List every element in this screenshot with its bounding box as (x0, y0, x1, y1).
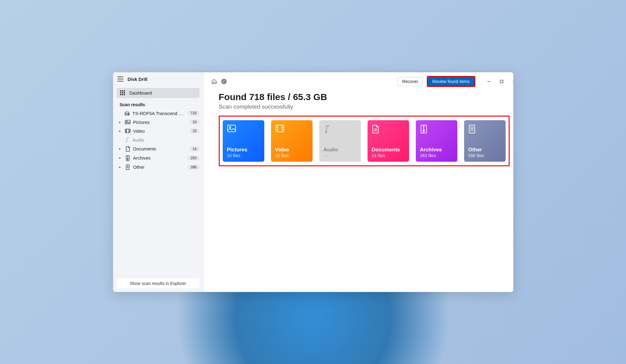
tile-video-sub: 15 files (275, 153, 308, 158)
tree-documents[interactable]: ▸ Documents 14 (113, 144, 203, 153)
nav-list: Dashboard (113, 85, 203, 98)
section-scan-results: Scan results (113, 98, 203, 109)
hamburger-icon[interactable] (117, 77, 123, 81)
tree-pictures-label: Pictures (133, 120, 188, 125)
svg-rect-5 (124, 92, 125, 93)
svg-point-32 (229, 126, 231, 128)
grid-icon (120, 90, 125, 95)
svg-point-10 (128, 114, 129, 115)
tree-documents-label: Documents (133, 146, 188, 151)
app-window: Disk Drill Dashboard Scan results TS-RDF… (113, 72, 513, 292)
tile-documents-title: Documents (372, 147, 405, 153)
tile-audio-sub: — (324, 153, 357, 158)
sidebar-header: Disk Drill (113, 72, 203, 85)
tree-audio: Audio (113, 135, 203, 144)
chevron-right-icon: ▸ (119, 165, 122, 169)
recover-button[interactable]: Recover (397, 77, 423, 86)
svg-rect-8 (124, 94, 125, 95)
tree-audio-label: Audio (133, 137, 200, 142)
main-heading: Found 718 files / 65.3 GB (219, 92, 510, 102)
svg-rect-11 (125, 120, 130, 124)
minimize-icon[interactable] (486, 78, 492, 85)
svg-point-12 (126, 121, 127, 122)
audio-icon (324, 124, 357, 134)
tile-audio-title: Audio (324, 147, 357, 153)
tree-pictures-count: 10 (190, 120, 199, 124)
document-icon (372, 124, 405, 134)
tree-video-label: Video (133, 128, 188, 134)
chevron-right-icon: ▸ (119, 129, 122, 133)
sub-heading: Scan completed successfully (219, 103, 510, 110)
svg-rect-1 (122, 90, 123, 92)
check-badge-icon: ✓ (221, 79, 227, 84)
svg-rect-31 (228, 125, 236, 132)
svg-rect-7 (122, 94, 123, 95)
tile-other-sub: 396 files (468, 153, 501, 158)
app-title: Disk Drill (128, 77, 148, 82)
tree-other[interactable]: ▸ Other 396 (113, 163, 203, 172)
tile-audio: Audio — (319, 120, 361, 162)
content: Found 718 files / 65.3 GB Scan completed… (203, 89, 513, 172)
tree-video-count: 15 (190, 128, 199, 133)
window-controls (486, 78, 513, 85)
tile-video[interactable]: Video 15 files (271, 120, 313, 162)
svg-rect-33 (276, 125, 284, 132)
maximize-icon[interactable] (499, 78, 505, 85)
tree-video[interactable]: ▸ Video 15 (113, 127, 203, 135)
drive-icon (124, 111, 130, 115)
picture-icon (125, 120, 131, 124)
tile-archives[interactable]: Archives 283 files (416, 120, 457, 162)
document-icon (125, 146, 131, 152)
tile-other-title: Other (468, 147, 501, 153)
tile-pictures-sub: 10 files (227, 153, 260, 158)
chevron-right-icon: ▸ (119, 156, 122, 160)
show-in-explorer-button[interactable]: Show scan results in Explorer (117, 279, 200, 288)
review-highlight: Review found items (427, 76, 475, 87)
tile-other[interactable]: Other 396 files (464, 120, 506, 162)
tree-device-label: TS-RDF5A Transcend US... (133, 111, 185, 116)
tree-archives-count: 283 (188, 156, 199, 160)
svg-rect-0 (120, 90, 121, 92)
svg-rect-6 (120, 94, 121, 95)
tree-device-count: 718 (188, 111, 199, 116)
tree-device[interactable]: TS-RDF5A Transcend US... 718 (113, 109, 203, 118)
close-icon[interactable] (511, 78, 513, 85)
sidebar-footer: Show scan results in Explorer (113, 275, 203, 292)
nav-dashboard[interactable]: Dashboard (117, 88, 200, 98)
tree-archives-label: Archives (133, 155, 185, 160)
tiles-highlight: Pictures 10 files Video 15 files (219, 116, 510, 166)
svg-rect-3 (120, 92, 121, 93)
archive-icon (125, 155, 131, 161)
tile-documents[interactable]: Documents 14 files (368, 120, 409, 162)
nav-dashboard-label: Dashboard (130, 90, 152, 96)
svg-rect-13 (125, 129, 130, 133)
tile-documents-sub: 14 files (372, 153, 405, 158)
tree-other-count: 396 (188, 165, 199, 170)
tree-pictures[interactable]: ▸ Pictures 10 (113, 118, 203, 127)
sidebar: Disk Drill Dashboard Scan results TS-RDF… (113, 72, 203, 292)
review-found-items-button[interactable]: Review found items (428, 77, 474, 86)
tile-pictures-title: Pictures (227, 147, 260, 153)
archive-icon (420, 124, 453, 134)
chevron-right-icon: ▸ (119, 120, 122, 124)
video-icon (125, 129, 131, 133)
other-icon (125, 164, 131, 170)
home-icon[interactable] (211, 79, 217, 84)
tile-pictures[interactable]: Pictures 10 files (223, 120, 264, 162)
svg-rect-23 (126, 165, 129, 170)
titlebar: ✓ Recover Review found items (203, 72, 513, 89)
tree-other-label: Other (133, 164, 185, 170)
chevron-right-icon: ▸ (119, 147, 122, 151)
other-icon (468, 124, 501, 134)
tile-archives-sub: 283 files (420, 153, 453, 158)
tile-archives-title: Archives (420, 147, 453, 153)
tile-video-title: Video (275, 147, 308, 153)
svg-rect-28 (500, 80, 503, 83)
main: ✓ Recover Review found items Found 718 f… (203, 72, 513, 292)
picture-icon (227, 124, 260, 134)
tree-documents-count: 14 (190, 146, 199, 151)
audio-icon (124, 137, 130, 142)
svg-rect-4 (122, 92, 123, 93)
tree-archives[interactable]: ▸ Archives 283 (113, 153, 203, 163)
svg-rect-2 (124, 90, 125, 92)
